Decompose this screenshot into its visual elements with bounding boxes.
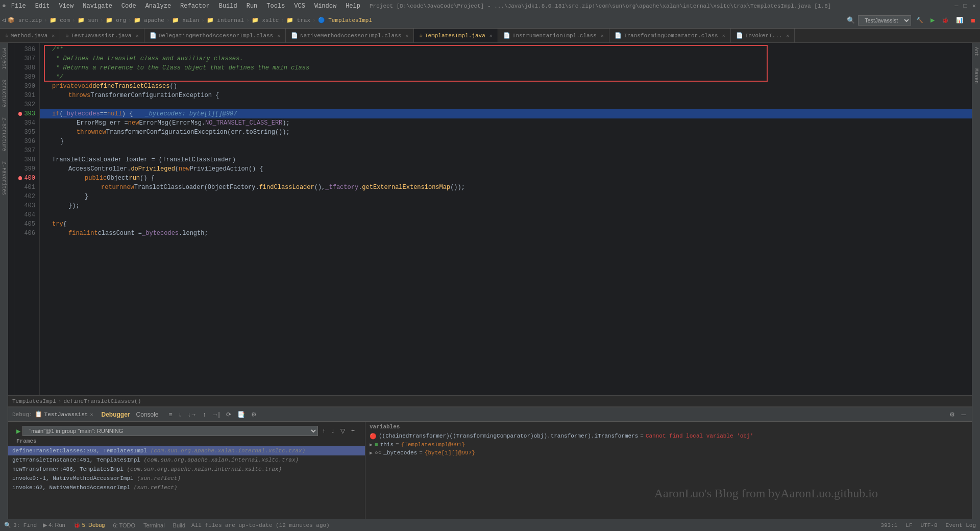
tab-transforming[interactable]: 📄 TransformingComparator.class ✕ [609,29,731,43]
debug-close-session[interactable]: ✕ [90,412,93,418]
menu-code[interactable]: Code [117,2,140,11]
frame-item-3[interactable]: invoke0:-1, NativeMethodAccessorImpl (su… [8,474,365,483]
code-editor[interactable]: 386 387 388 389 390 391 392 393 394 395 … [8,43,972,395]
status-build-btn[interactable]: Build [171,522,187,528]
breadcrumb-org[interactable]: 📁 org [106,17,126,23]
menu-refactor[interactable]: Refactor [176,2,214,11]
var-expand-1[interactable]: ▶ [370,442,373,448]
tab-close-transforming[interactable]: ✕ [722,33,725,39]
run-config-selector[interactable]: TestJavassist [858,15,911,26]
thread-up-btn[interactable]: ↑ [320,426,327,436]
menu-analyze[interactable]: Analyze [141,2,175,11]
debug-step-over-btn[interactable]: ↓ [177,410,184,419]
breadcrumb-xsltc[interactable]: 📁 xsltc [252,17,279,23]
menu-vcs[interactable]: VCS [290,2,309,11]
debugger-tab-btn[interactable]: Debugger [99,410,132,419]
debug-settings-btn[interactable]: ⚙ [947,410,957,419]
breadcrumb-com[interactable]: 📁 com [50,17,70,23]
maximize-icon[interactable]: □ [962,3,969,10]
minimize-icon[interactable]: ─ [952,3,960,10]
stop-btn[interactable]: ⏹ [968,16,978,25]
variables-list[interactable]: 🔴 ((ChainedTransformer)((TransformingCom… [365,432,972,519]
menu-tools[interactable]: Tools [262,2,289,11]
tab-close-templates[interactable]: ✕ [489,33,493,39]
frame-item-0[interactable]: defineTransletClasses:393, TemplatesImpl… [8,446,365,455]
tab-invoker[interactable]: 📄 InvokerT... ✕ [731,29,795,43]
breadcrumb-sep: › [58,398,62,404]
favorites-sidebar-icon[interactable]: Z-Favorites [0,158,8,198]
z-structure-icon[interactable]: Z-Structure [0,114,8,154]
tab-templatesimpl[interactable]: ☕ TemplatesImpl.java ✕ [414,29,498,43]
thread-select[interactable]: "main"@1 in group "main": RUNNING [22,426,318,436]
breadcrumb-class[interactable]: TemplatesImpl [12,398,56,404]
menu-navigate[interactable]: Navigate [79,2,116,11]
status-find[interactable]: 🔍 3: Find [4,522,37,528]
tab-native[interactable]: 📄 NativeMethodAccessorImpl.class ✕ [286,29,414,43]
debug-minimize-btn[interactable]: ─ [959,410,968,419]
menu-view[interactable]: View [55,2,78,11]
tab-close-native[interactable]: ✕ [405,33,408,39]
thread-down-btn[interactable]: ↓ [329,426,336,436]
status-run-btn[interactable]: ▶ 4: Run [41,522,67,528]
tab-close-instrumentation[interactable]: ✕ [601,33,604,39]
tab-close-test[interactable]: ✕ [136,33,139,39]
status-terminal-btn[interactable]: Terminal [141,522,167,528]
breadcrumb-srczip[interactable]: 📦 src.zip [8,17,42,23]
debug-step-out-btn[interactable]: ↑ [201,410,208,419]
debug-show-all-btn[interactable]: ≡ [167,410,175,419]
tab-testjavassist[interactable]: ☕ TestJavassist.java ✕ [60,29,144,43]
menu-window[interactable]: Window [310,2,340,11]
frame-item-2[interactable]: newTransformer:486, TemplatesImpl (com.s… [8,465,365,474]
breadcrumb-trax[interactable]: 📁 trax [286,17,310,23]
menu-edit[interactable]: Edit [31,2,54,11]
menu-file[interactable]: File [7,2,30,11]
frame-item-1[interactable]: getTransletInstance:451, TemplatesImpl (… [8,455,365,465]
thread-add-btn[interactable]: + [349,426,357,436]
breadcrumb-sep5: › [166,17,170,23]
breakpoint-gutter[interactable] [8,43,14,395]
build-project-btn[interactable]: 🔨 [914,16,925,25]
console-tab-btn[interactable]: Console [134,410,160,419]
tab-close-delegating[interactable]: ✕ [277,33,280,39]
debug-frames-btn[interactable]: 📑 [235,410,247,419]
search-everywhere-icon[interactable]: 🔍 [847,16,855,25]
maven-icon[interactable]: Maven [972,66,980,86]
breadcrumb-xalan[interactable]: 📁 xalan [172,17,200,23]
tab-method-java[interactable]: ☕ Method.java ✕ [0,29,60,43]
debug-evaluate-btn[interactable]: ⟳ [224,410,233,419]
code-content[interactable]: /** * Defines the translet class and aux… [40,43,972,395]
var-expand-2[interactable]: ▶ [370,450,373,456]
breadcrumb-method[interactable]: defineTransletClasses() [63,398,141,404]
breadcrumb-templatesimpl[interactable]: 🔵 TemplatesImpl [318,17,372,23]
structure-sidebar-icon[interactable]: Structure [0,77,8,110]
line-separator[interactable]: LF [905,522,912,528]
coverage-btn[interactable]: 📊 [954,16,965,25]
tab-instrumentation[interactable]: 📄 InstrumentationImpl.class ✕ [498,29,609,43]
close-icon[interactable]: ✕ [970,2,978,10]
tab-delegating[interactable]: 📄 DelegatingMethodAccessorImpl.class ✕ [144,29,286,43]
toolbar-back-icon[interactable]: ◁ [2,16,6,24]
tab-close-invoker[interactable]: ✕ [786,33,789,39]
debug-btn[interactable]: 🐞 [940,16,951,25]
menu-build[interactable]: Build [215,2,241,11]
debug-step-into-btn[interactable]: ↓→ [186,410,199,419]
breadcrumb-sun[interactable]: 📁 sun [78,17,98,23]
menu-run[interactable]: Run [242,2,262,11]
run-btn[interactable]: ▶ [928,16,937,25]
debug-streams-btn[interactable]: ⚙ [249,410,259,419]
menu-help[interactable]: Help [341,2,364,11]
frames-list[interactable]: defineTransletClasses:393, TemplatesImpl… [8,446,365,519]
breadcrumb-apache[interactable]: 📁 apache [134,17,164,23]
status-todo-btn[interactable]: 6: TODO [111,522,137,528]
event-log-btn[interactable]: Event Log [946,522,976,528]
encoding[interactable]: UTF-8 [921,522,938,528]
breadcrumb-internal[interactable]: 📁 internal [207,17,244,23]
debug-session-name[interactable]: TestJavassist [44,412,88,418]
debug-run-cursor-btn[interactable]: →| [210,410,222,419]
ant-icon[interactable]: Ant [972,45,980,58]
tab-close-method[interactable]: ✕ [52,33,55,39]
status-debug-btn[interactable]: 🐞 5: Debug [71,522,107,528]
project-sidebar-icon[interactable]: Project [0,45,8,73]
frame-item-4[interactable]: invoke:62, NativeMethodAccessorImpl (sun… [8,483,365,492]
thread-filter-btn[interactable]: ▽ [338,426,347,436]
